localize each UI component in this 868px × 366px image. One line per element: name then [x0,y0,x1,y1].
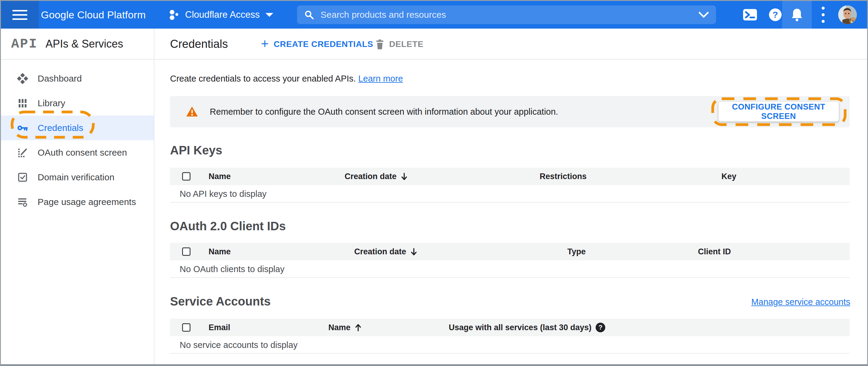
sidebar-item-dashboard[interactable]: Dashboard [1,66,154,91]
trash-icon [375,39,384,49]
service-accounts-table-header: Email Name Usage with all services (last… [170,319,850,336]
sidebar-item-page-usage-agreements[interactable]: Page usage agreements [1,190,154,214]
column-type[interactable]: Type [567,243,586,261]
dashboard-icon [17,73,28,84]
column-client-id[interactable]: Client ID [698,243,731,261]
column-usage-label: Usage with all services (last 30 days) [449,323,591,332]
service-accounts-empty-row: No service accounts to display [170,336,850,354]
main-menu-button[interactable] [1,1,39,29]
create-credentials-button[interactable]: + CREATE CREDENTIALS [261,29,373,60]
column-name-label: Name [328,323,351,332]
column-creation-date[interactable]: Creation date [345,167,407,185]
cloud-shell-button[interactable] [741,1,760,29]
column-restrictions[interactable]: Restrictions [540,167,587,185]
section-title-oauth-clients: OAuth 2.0 Client IDs [170,219,286,233]
sidebar-item-label: Credentials [38,123,83,133]
section-title-api-keys: API Keys [170,144,222,157]
column-creation-date-label: Creation date [345,172,397,181]
api-keys-empty-row: No API keys to display [170,185,850,203]
column-key[interactable]: Key [721,167,737,185]
sidebar-item-label: Dashboard [38,73,82,84]
sidebar-item-oauth-consent-screen[interactable]: OAuth consent screen [1,140,154,165]
api-logo: API [11,36,38,52]
sidebar-nav: Dashboard Library Credenti [1,60,154,214]
sidebar-item-label: Library [38,98,65,109]
key-icon [17,122,28,133]
intro-sentence: Create credentials to access your enable… [170,74,356,83]
sidebar-item-label: Page usage agreements [38,197,136,207]
hamburger-icon [12,10,27,20]
main-content: Credentials + CREATE CREDENTIALS DELETE … [155,29,867,364]
sidebar-header: API APIs & Services [1,29,154,60]
search-input[interactable] [320,10,699,20]
top-bar: Google Cloud Platform Cloudflare Access [1,1,867,29]
help-icon: ? [769,8,782,21]
api-keys-empty-text: No API keys to display [180,185,267,203]
sidebar-item-label: OAuth consent screen [38,148,127,158]
list-gear-icon [17,196,28,207]
manage-service-accounts-link[interactable]: Manage service accounts [751,297,850,307]
user-avatar [838,5,857,24]
cloud-shell-icon [743,9,757,21]
search-chevron-down-icon[interactable] [699,12,709,18]
column-usage[interactable]: Usage with all services (last 30 days) ? [449,319,605,336]
oauth-clients-table-header: Name Creation date Type Client ID [170,243,850,261]
oauth-consent-icon [17,147,28,158]
column-name[interactable]: Name [209,167,231,185]
oauth-clients-empty-row: No OAuth clients to display [170,261,850,278]
page-title: Credentials [170,29,228,60]
notifications-button[interactable] [789,1,805,29]
configure-consent-screen-button[interactable]: CONFIGURE CONSENT SCREEN [718,102,839,122]
project-hexagons-icon [168,9,180,21]
sidebar-section-title: APIs & Services [45,38,123,50]
consent-warning-banner: Remember to configure the OAuth consent … [170,96,850,127]
more-options-button[interactable] [817,1,829,29]
product-logo[interactable]: Google Cloud Platform [41,1,146,29]
account-button[interactable] [838,1,857,29]
page-header: Credentials + CREATE CREDENTIALS DELETE [155,29,867,60]
column-name[interactable]: Name [209,243,231,261]
column-creation-date[interactable]: Creation date [354,243,417,261]
plus-icon: + [261,37,269,50]
select-all-checkbox[interactable] [182,172,190,181]
search-icon [304,10,314,20]
gcp-console-window: Google Cloud Platform Cloudflare Access [0,0,868,366]
sidebar-item-label: Domain verification [38,172,114,182]
sidebar-item-domain-verification[interactable]: Domain verification [1,165,154,190]
create-credentials-label: CREATE CREDENTIALS [274,39,373,49]
column-name[interactable]: Name [328,319,362,336]
sidebar: API APIs & Services Dashboard [1,29,154,364]
project-name: Cloudflare Access [185,9,260,20]
library-icon [17,98,28,109]
select-all-checkbox[interactable] [182,247,190,256]
sidebar-item-library[interactable]: Library [1,91,154,116]
sort-desc-icon [410,248,417,256]
sort-asc-icon [355,324,362,332]
column-email[interactable]: Email [209,319,230,336]
bell-icon [791,8,803,22]
banner-message: Remember to configure the OAuth consent … [210,107,558,117]
oauth-clients-empty-text: No OAuth clients to display [180,261,284,278]
sidebar-item-credentials[interactable]: Credentials [1,116,154,140]
column-creation-date-label: Creation date [354,247,406,256]
intro-text: Create credentials to access your enable… [170,74,403,84]
usage-help-icon[interactable]: ? [596,323,605,332]
help-button[interactable]: ? [768,1,782,29]
api-keys-table-header: Name Creation date Restrictions Key [170,167,850,185]
delete-button[interactable]: DELETE [375,29,424,60]
project-selector[interactable]: Cloudflare Access [168,1,274,29]
warning-icon [186,106,198,117]
section-title-service-accounts: Service Accounts [170,295,271,308]
learn-more-link[interactable]: Learn more [358,74,403,83]
project-caret-down-icon [265,13,274,17]
service-accounts-empty-text: No service accounts to display [180,336,298,354]
checkbox-check-icon [17,172,28,183]
delete-label: DELETE [389,39,424,49]
sort-desc-icon [401,173,407,181]
search-bar[interactable] [297,5,716,24]
select-all-checkbox[interactable] [182,323,190,332]
three-dot-menu-icon [822,7,825,23]
